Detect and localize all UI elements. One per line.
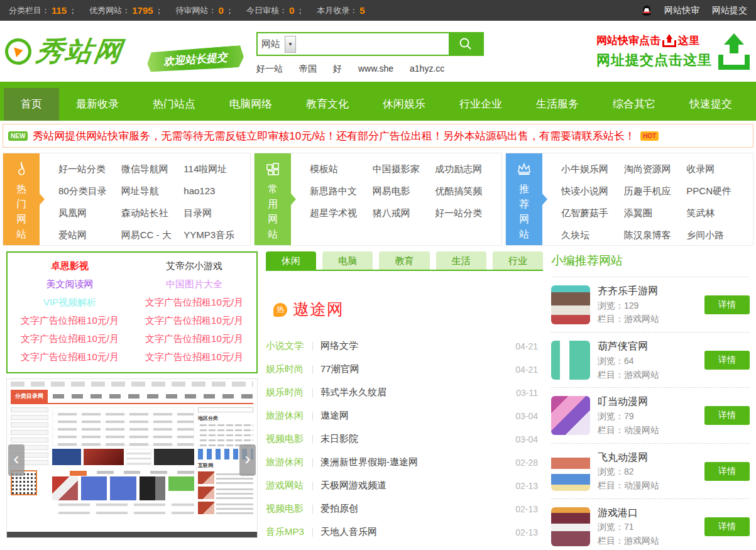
row-category-link[interactable]: 娱乐时尚: [266, 387, 310, 399]
ad-link[interactable]: 文字广告位招租10元/月: [132, 297, 256, 309]
row-title-link[interactable]: 天极网游戏频道: [320, 480, 386, 492]
nav-item-quick-submit[interactable]: 快速提交: [672, 88, 749, 121]
row-category-link[interactable]: 小说文学: [266, 340, 310, 352]
site-thumbnail[interactable]: [551, 396, 590, 435]
chevron-right-icon[interactable]: ›: [239, 444, 256, 476]
row-title-link[interactable]: 77潮官网: [320, 363, 359, 375]
nav-item-life[interactable]: 生活服务: [519, 88, 596, 121]
hot-site-link[interactable]: 好一站分类: [58, 163, 121, 175]
row-title-link[interactable]: 末日影院: [320, 433, 358, 445]
common-site-link[interactable]: 网易电影: [373, 185, 436, 197]
row-title-link[interactable]: 遨途网: [320, 410, 349, 422]
ad-link[interactable]: VIP视频解析: [8, 297, 132, 309]
hot-word-link[interactable]: 好: [333, 63, 342, 75]
ad-link[interactable]: 文字广告位招租10元/月: [132, 315, 256, 327]
hot-site-link[interactable]: 114啦网址: [184, 163, 246, 175]
hot-site-link[interactable]: 森动站长社: [121, 207, 184, 219]
nav-item-industry[interactable]: 行业企业: [442, 88, 519, 121]
site-thumbnail[interactable]: [551, 285, 590, 324]
common-site-link[interactable]: 超星学术视: [310, 207, 373, 219]
detail-button[interactable]: 详情: [704, 351, 750, 370]
tab-life[interactable]: 生活: [436, 251, 486, 270]
ad-link[interactable]: 文字广告位招租10元/月: [8, 351, 132, 363]
recommend-site-link[interactable]: 亿智蘑菇手: [561, 207, 624, 219]
row-category-link[interactable]: 视频电影: [266, 503, 310, 515]
hot-site-link[interactable]: 目录网: [184, 207, 246, 219]
nav-item-computer[interactable]: 电脑网络: [212, 88, 289, 121]
recommend-site-link[interactable]: 收录网: [686, 163, 749, 175]
row-title-link[interactable]: 爱拍原创: [320, 503, 358, 515]
detail-button[interactable]: 详情: [704, 406, 750, 425]
tab-leisure[interactable]: 休闲: [266, 251, 316, 270]
search-type-select[interactable]: 网站 ▼: [258, 33, 300, 55]
site-thumbnail[interactable]: [551, 341, 590, 380]
site-thumbnail[interactable]: [551, 507, 590, 546]
recommend-site-link[interactable]: 陈汉泉博客: [624, 229, 687, 241]
common-site-link[interactable]: 猪八戒网: [373, 207, 436, 219]
hot-site-link[interactable]: YYMP3音乐: [184, 229, 246, 241]
recommend-site-link[interactable]: 久块坛: [561, 229, 624, 241]
ad-link[interactable]: 文字广告位招租10元/月: [8, 333, 132, 345]
hot-site-link[interactable]: 网易CC - 大: [121, 229, 184, 241]
recommend-site-name[interactable]: 葫芦侠官网: [598, 339, 659, 355]
site-thumbnail[interactable]: [551, 452, 590, 491]
tab-education[interactable]: 教育: [379, 251, 429, 270]
nav-item-latest[interactable]: 最新收录: [59, 88, 136, 121]
ad-link[interactable]: 文字广告位招租10元/月: [132, 333, 256, 345]
ad-link[interactable]: 艾帝尔小游戏: [132, 260, 256, 272]
row-category-link[interactable]: 旅游休闲: [266, 410, 310, 422]
site-screenshot-preview[interactable]: 分类目录网: [7, 379, 257, 537]
row-title-link[interactable]: 天地人音乐网: [320, 526, 377, 538]
row-category-link[interactable]: 游戏网站: [266, 480, 310, 492]
tab-industry[interactable]: 行业: [493, 251, 543, 270]
search-button[interactable]: [449, 33, 483, 55]
row-category-link[interactable]: 音乐MP3: [266, 526, 310, 538]
recommend-site-name[interactable]: 叮当动漫网: [598, 394, 659, 410]
recommend-site-link[interactable]: PPCN硬件: [686, 185, 749, 197]
row-category-link[interactable]: 娱乐时尚: [266, 363, 310, 375]
hot-site-link[interactable]: 凤凰网: [58, 207, 121, 219]
common-site-link[interactable]: 优酷搞笑频: [435, 185, 498, 197]
common-site-link[interactable]: 成功励志网: [435, 163, 498, 175]
hot-site-link[interactable]: 爱站网: [58, 229, 121, 241]
chevron-down-icon[interactable]: ▼: [285, 36, 296, 53]
row-category-link[interactable]: 视频电影: [266, 433, 310, 445]
hot-word-link[interactable]: a1hyz.cc: [410, 63, 444, 75]
detail-button[interactable]: 详情: [704, 295, 750, 314]
recommend-site-link[interactable]: 笑武林: [686, 207, 749, 219]
site-logo[interactable]: 秀站网: [5, 33, 131, 70]
common-site-link[interactable]: 好一站分类: [435, 207, 498, 219]
ad-link[interactable]: 文字广告位招租10元/月: [8, 315, 132, 327]
detail-button[interactable]: 详情: [704, 462, 750, 481]
hot-site-link[interactable]: hao123: [184, 185, 246, 197]
recommend-site-link[interactable]: 淘尚资源网: [624, 163, 687, 175]
recommend-site-link[interactable]: 添翼圈: [624, 207, 687, 219]
ad-link[interactable]: 文字广告位招租10元/月: [132, 351, 256, 363]
topbar-link-submit-site[interactable]: 网站提交: [712, 5, 747, 16]
chevron-left-icon[interactable]: ‹: [8, 444, 25, 476]
nav-item-home[interactable]: 首页: [4, 88, 59, 121]
hot-word-link[interactable]: 帝国: [299, 63, 317, 75]
common-site-link[interactable]: 中国摄影家: [373, 163, 436, 175]
topbar-link-fast-review[interactable]: 网站快审: [664, 5, 699, 16]
recommend-site-link[interactable]: 乡间小路: [686, 229, 749, 241]
nav-item-misc[interactable]: 综合其它: [596, 88, 672, 121]
ad-link[interactable]: 中国图片大全: [132, 278, 256, 290]
nav-item-education[interactable]: 教育文化: [289, 88, 366, 121]
upload-icon-green[interactable]: [718, 33, 750, 70]
ad-link[interactable]: 美文阅读网: [8, 278, 132, 290]
row-category-link[interactable]: 旅游休闲: [266, 456, 310, 468]
fast-review-promo-link[interactable]: 网站快审点击 这里: [596, 33, 699, 48]
row-title-link[interactable]: 韩式半永久纹眉: [320, 387, 386, 399]
hot-site-link[interactable]: 微信导航网: [121, 163, 184, 175]
recommend-site-name[interactable]: 游戏港口: [598, 505, 659, 521]
recommend-site-name[interactable]: 飞丸动漫网: [598, 450, 659, 466]
recommend-site-name[interactable]: 齐齐乐手游网: [598, 283, 659, 299]
row-title-link[interactable]: 网络文学: [320, 340, 358, 352]
tab-computer[interactable]: 电脑: [322, 251, 373, 270]
row-title-link[interactable]: 澳洲新世界假期-遨途网: [320, 456, 418, 468]
nav-item-popular[interactable]: 热门站点: [136, 88, 212, 121]
hot-word-link[interactable]: www.she: [358, 63, 393, 75]
hot-site-link[interactable]: 网址导航: [121, 185, 184, 197]
common-site-link[interactable]: 新思路中文: [310, 185, 373, 197]
